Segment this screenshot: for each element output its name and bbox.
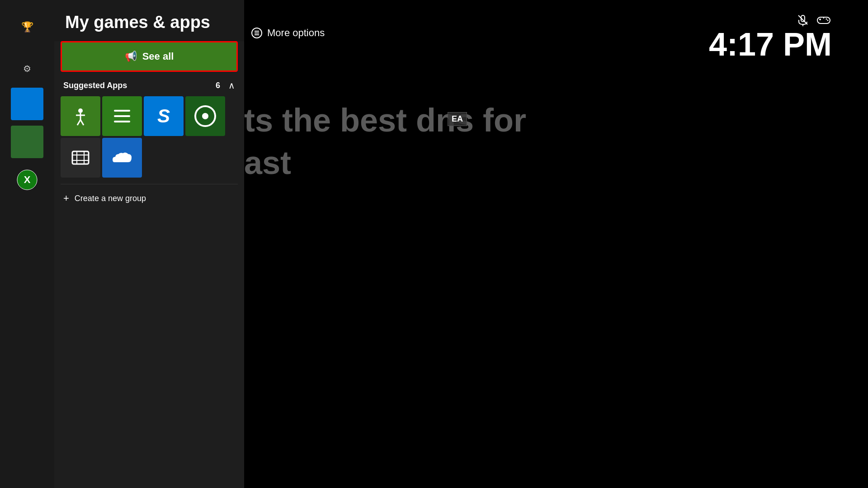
create-group-label: Create a new group	[75, 194, 146, 203]
top-right-area: 4:17 PM	[709, 14, 832, 61]
see-all-button[interactable]: 📢 See all	[61, 41, 238, 72]
clock-display: 4:17 PM	[709, 28, 832, 61]
app-grid: S	[54, 96, 244, 178]
grove-inner	[202, 113, 208, 119]
svg-line-6	[80, 120, 84, 125]
svg-rect-9	[114, 121, 130, 122]
app-tile-onedrive[interactable]	[102, 138, 142, 178]
svg-line-5	[77, 120, 80, 125]
more-options-icon	[251, 27, 263, 39]
skype-s-icon: S	[157, 105, 170, 127]
suggested-apps-title: Suggested Apps	[63, 81, 127, 90]
grove-icon	[194, 105, 216, 127]
svg-rect-10	[72, 151, 89, 164]
app-tile-groove[interactable]	[185, 96, 225, 136]
landscape-icon	[11, 126, 43, 158]
svg-point-27	[827, 20, 829, 21]
left-sidebar: 🏆 ⚙ X	[0, 0, 54, 488]
status-icons	[709, 14, 832, 26]
app-tile-fitness[interactable]	[61, 96, 100, 136]
trophy-icon: 🏆	[14, 14, 41, 41]
svg-point-26	[826, 19, 827, 20]
xbox-icon: X	[11, 164, 43, 196]
more-options-label: More options	[267, 27, 325, 39]
suggested-apps-count: 6	[216, 81, 220, 90]
svg-rect-8	[114, 115, 130, 117]
create-group-button[interactable]: + Create a new group	[54, 184, 244, 212]
app-tile-skype[interactable]: S	[144, 96, 184, 136]
svg-rect-7	[114, 110, 130, 112]
more-options-button[interactable]: More options	[251, 27, 325, 39]
chevron-up-icon[interactable]: ∧	[228, 80, 235, 91]
ea-badge: EA	[448, 112, 467, 126]
plus-icon: +	[63, 192, 69, 204]
app-tile-film[interactable]	[61, 138, 100, 178]
page-title: My games & apps	[65, 13, 233, 32]
mute-icon	[797, 14, 809, 26]
see-all-label: See all	[142, 51, 174, 62]
app-tile-lists[interactable]	[102, 96, 142, 136]
speaker-icon: 📢	[125, 51, 137, 62]
blue-app-icon	[11, 88, 43, 120]
main-panel: My games & apps 📢 See all Suggested Apps…	[54, 0, 244, 488]
panel-header: My games & apps	[54, 0, 244, 41]
suggested-apps-header: Suggested Apps 6 ∧	[54, 72, 244, 96]
svg-point-2	[78, 108, 83, 113]
background-text: ts the best dns for ast	[244, 99, 526, 184]
controller-icon	[816, 14, 832, 26]
settings-icon[interactable]: ⚙	[14, 55, 41, 82]
svg-text:X: X	[24, 174, 31, 185]
